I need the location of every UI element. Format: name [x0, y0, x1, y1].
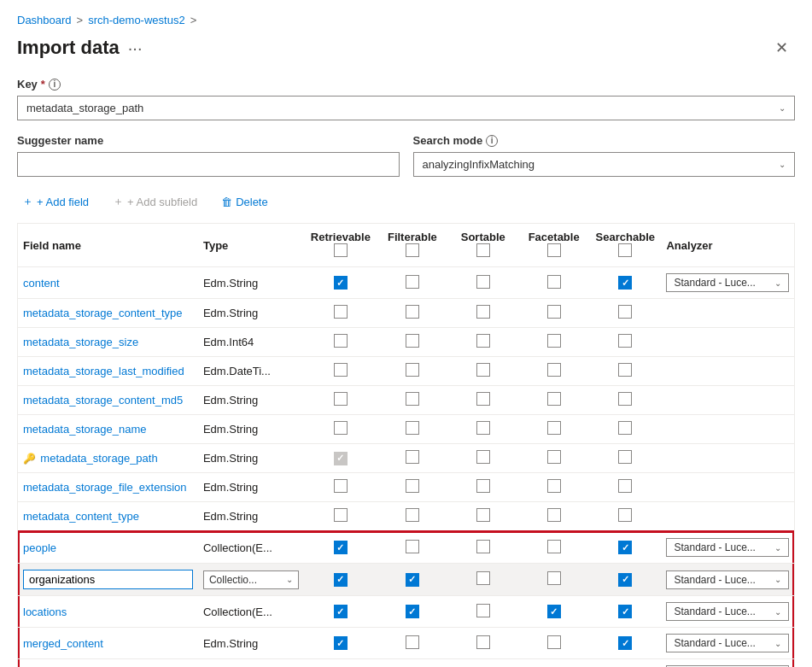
- retrievable-checkbox[interactable]: [334, 636, 348, 650]
- searchable-checkbox[interactable]: [618, 450, 632, 464]
- field-name-link[interactable]: locations: [23, 606, 67, 618]
- searchable-checkbox[interactable]: [618, 363, 632, 377]
- sortable-checkbox[interactable]: [476, 635, 490, 649]
- field-name-input[interactable]: [23, 570, 193, 589]
- retrievable-checkbox[interactable]: [334, 479, 348, 493]
- searchable-checkbox[interactable]: [618, 541, 632, 554]
- sortable-checkbox[interactable]: [476, 540, 490, 553]
- searchable-all-checkbox[interactable]: [618, 243, 632, 257]
- facetable-checkbox[interactable]: [547, 508, 561, 522]
- retrievable-checkbox[interactable]: [334, 276, 348, 290]
- filterable-checkbox[interactable]: [406, 421, 419, 435]
- searchable-checkbox[interactable]: [618, 305, 632, 319]
- field-name-link[interactable]: metadata_storage_content_type: [23, 307, 182, 319]
- facetable-checkbox[interactable]: [547, 392, 561, 406]
- searchable-checkbox[interactable]: [618, 605, 632, 618]
- facetable-checkbox[interactable]: [547, 363, 561, 377]
- retrievable-checkbox[interactable]: [334, 508, 348, 522]
- sortable-checkbox[interactable]: [476, 604, 490, 617]
- add-field-button[interactable]: ＋ + Add field: [17, 190, 94, 213]
- sortable-checkbox[interactable]: [476, 275, 490, 289]
- close-button[interactable]: ✕: [768, 35, 795, 61]
- analyzer-select[interactable]: Standard - Luce...⌄: [666, 634, 789, 652]
- suggester-input[interactable]: [17, 152, 400, 177]
- sortable-checkbox[interactable]: [476, 334, 490, 348]
- searchable-checkbox[interactable]: [618, 421, 632, 435]
- sortable-all-checkbox[interactable]: [476, 243, 490, 257]
- filterable-checkbox[interactable]: [406, 508, 419, 522]
- facetable-checkbox[interactable]: [547, 334, 561, 348]
- filterable-checkbox[interactable]: [406, 450, 419, 464]
- field-name-link[interactable]: content: [23, 277, 60, 290]
- searchable-checkbox[interactable]: [618, 636, 632, 650]
- analyzer-select[interactable]: Standard - Luce...⌄: [666, 538, 789, 557]
- facetable-checkbox[interactable]: [547, 450, 561, 464]
- retrievable-checkbox[interactable]: [334, 452, 348, 465]
- sortable-checkbox[interactable]: [476, 363, 490, 377]
- filterable-checkbox[interactable]: [406, 479, 419, 493]
- field-name-link[interactable]: metadata_storage_content_md5: [23, 394, 183, 407]
- searchable-checkbox[interactable]: [618, 573, 632, 587]
- retrievable-checkbox[interactable]: [334, 305, 348, 319]
- searchable-checkbox[interactable]: [618, 334, 632, 348]
- filterable-checkbox[interactable]: [406, 275, 419, 289]
- search-mode-select[interactable]: analyzingInfixMatching ⌄: [413, 152, 796, 177]
- facetable-checkbox[interactable]: [547, 305, 561, 319]
- filterable-all-checkbox[interactable]: [406, 243, 419, 257]
- field-name-link[interactable]: metadata_storage_size: [23, 336, 138, 348]
- retrievable-checkbox[interactable]: [334, 334, 348, 348]
- retrievable-checkbox[interactable]: [334, 421, 348, 435]
- facetable-checkbox[interactable]: [547, 635, 561, 649]
- searchable-checkbox[interactable]: [618, 276, 632, 290]
- breadcrumb-service[interactable]: srch-demo-westus2: [88, 14, 184, 26]
- field-name-link[interactable]: metadata_storage_file_extension: [23, 481, 187, 494]
- facetable-checkbox[interactable]: [547, 605, 561, 618]
- field-name-link[interactable]: merged_content: [23, 637, 103, 650]
- retrievable-checkbox[interactable]: [334, 605, 348, 618]
- key-info-icon[interactable]: i: [49, 79, 61, 91]
- sortable-checkbox[interactable]: [476, 421, 490, 435]
- sortable-checkbox[interactable]: [476, 479, 490, 493]
- field-name-link[interactable]: metadata_content_type: [23, 510, 139, 523]
- sortable-checkbox[interactable]: [476, 305, 490, 319]
- field-name-link[interactable]: metadata_storage_name: [23, 423, 147, 436]
- retrievable-checkbox[interactable]: [334, 392, 348, 406]
- retrievable-all-checkbox[interactable]: [334, 243, 348, 257]
- filterable-checkbox[interactable]: [406, 573, 419, 587]
- add-subfield-button[interactable]: ＋ + Add subfield: [108, 190, 202, 213]
- field-name-link[interactable]: people: [23, 541, 56, 554]
- analyzer-select[interactable]: Standard - Luce...⌄: [666, 273, 789, 292]
- searchable-checkbox[interactable]: [618, 508, 632, 522]
- sortable-checkbox[interactable]: [476, 392, 490, 406]
- searchable-checkbox[interactable]: [618, 392, 632, 406]
- key-select[interactable]: metadata_storage_path ⌄: [17, 96, 795, 120]
- filterable-checkbox[interactable]: [406, 363, 419, 377]
- retrievable-checkbox[interactable]: [334, 363, 348, 377]
- retrievable-checkbox[interactable]: [334, 541, 348, 554]
- sortable-checkbox[interactable]: [476, 450, 490, 464]
- analyzer-select[interactable]: Standard - Luce...⌄: [666, 570, 789, 589]
- filterable-checkbox[interactable]: [406, 540, 419, 553]
- filterable-checkbox[interactable]: [406, 392, 419, 406]
- delete-button[interactable]: 🗑 Delete: [216, 192, 273, 212]
- facetable-checkbox[interactable]: [547, 275, 561, 289]
- facetable-checkbox[interactable]: [547, 540, 561, 553]
- breadcrumb-dashboard[interactable]: Dashboard: [17, 14, 72, 26]
- search-mode-info-icon[interactable]: i: [486, 135, 498, 147]
- field-name-link[interactable]: metadata_storage_path: [40, 452, 157, 465]
- more-options-button[interactable]: ···: [128, 38, 143, 58]
- filterable-checkbox[interactable]: [406, 605, 419, 618]
- facetable-all-checkbox[interactable]: [547, 243, 561, 257]
- field-name-link[interactable]: metadata_storage_last_modified: [23, 365, 184, 377]
- facetable-checkbox[interactable]: [547, 479, 561, 493]
- filterable-checkbox[interactable]: [406, 334, 419, 348]
- sortable-checkbox[interactable]: [476, 508, 490, 522]
- filterable-checkbox[interactable]: [406, 635, 419, 649]
- analyzer-select[interactable]: Standard - Luce...⌄: [666, 602, 789, 621]
- facetable-checkbox[interactable]: [547, 421, 561, 435]
- type-select[interactable]: Collectio...⌄: [203, 570, 299, 589]
- filterable-checkbox[interactable]: [406, 305, 419, 319]
- searchable-checkbox[interactable]: [618, 479, 632, 493]
- sortable-checkbox[interactable]: [476, 571, 490, 585]
- facetable-checkbox[interactable]: [547, 571, 561, 585]
